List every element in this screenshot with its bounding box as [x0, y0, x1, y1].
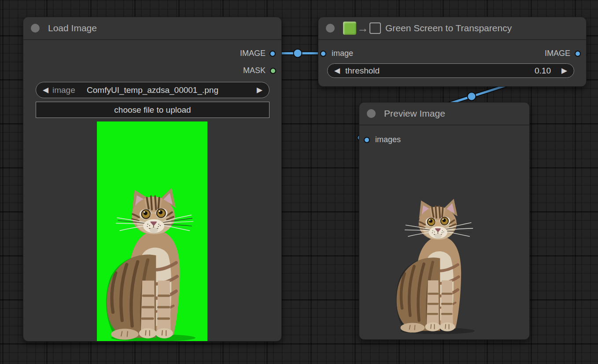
input-port-image[interactable]: [320, 51, 326, 57]
green-screen-titlebar[interactable]: → Green Screen to Transparency: [318, 17, 586, 40]
cat-image-transparent: [391, 198, 483, 335]
input-port-images[interactable]: [364, 137, 370, 143]
output-port-mask[interactable]: [270, 68, 276, 74]
output-label-image: IMAGE: [545, 49, 570, 58]
combo-value[interactable]: ComfyUI_temp_azdsa_00001_.png: [36, 85, 269, 95]
output-port-image[interactable]: [575, 51, 581, 57]
transparent-square-icon: [369, 22, 381, 34]
link-midpoint-dot: [294, 49, 302, 58]
collapse-dot-icon[interactable]: [31, 24, 40, 33]
node-preview-image[interactable]: Preview Image images: [359, 102, 530, 340]
input-label-image: image: [332, 49, 353, 58]
arrow-right-icon: →: [357, 22, 369, 34]
threshold-label: threshold: [345, 66, 380, 76]
choose-file-button[interactable]: choose file to upload: [36, 102, 269, 118]
preview-image-titlebar[interactable]: Preview Image: [359, 103, 529, 125]
output-label-image: IMAGE: [240, 49, 266, 58]
load-image-titlebar[interactable]: Load Image: [23, 17, 281, 40]
threshold-decrease-icon[interactable]: ◀: [334, 64, 340, 77]
collapse-dot-icon[interactable]: [367, 109, 376, 118]
node-title: Load Image: [48, 23, 97, 33]
output-port-image[interactable]: [269, 51, 276, 57]
threshold-widget[interactable]: ◀ threshold 0.10 ▶: [327, 63, 574, 78]
node-title: Green Screen to Transparency: [385, 23, 512, 33]
green-screen-title-icons: →: [343, 22, 381, 35]
collapse-dot-icon[interactable]: [326, 24, 335, 33]
input-label-images: images: [375, 135, 401, 144]
node-load-image[interactable]: Load Image IMAGE MASK ◀ image ComfyUI_te…: [23, 17, 282, 342]
threshold-increase-icon[interactable]: ▶: [561, 64, 567, 77]
output-label-mask: MASK: [243, 66, 266, 75]
node-green-screen-to-transparency[interactable]: → Green Screen to Transparency image IMA…: [318, 17, 587, 87]
green-square-icon: [343, 22, 356, 35]
greenscreen-image-preview: [97, 121, 207, 342]
link-midpoint-dot: [468, 92, 476, 101]
cat-image: [100, 187, 204, 342]
image-combo-widget[interactable]: ◀ image ComfyUI_temp_azdsa_00001_.png ▶: [36, 82, 269, 98]
node-title: Preview Image: [384, 108, 445, 119]
threshold-value[interactable]: 0.10: [535, 66, 551, 76]
node-editor-canvas[interactable]: Load Image IMAGE MASK ◀ image ComfyUI_te…: [0, 0, 598, 364]
